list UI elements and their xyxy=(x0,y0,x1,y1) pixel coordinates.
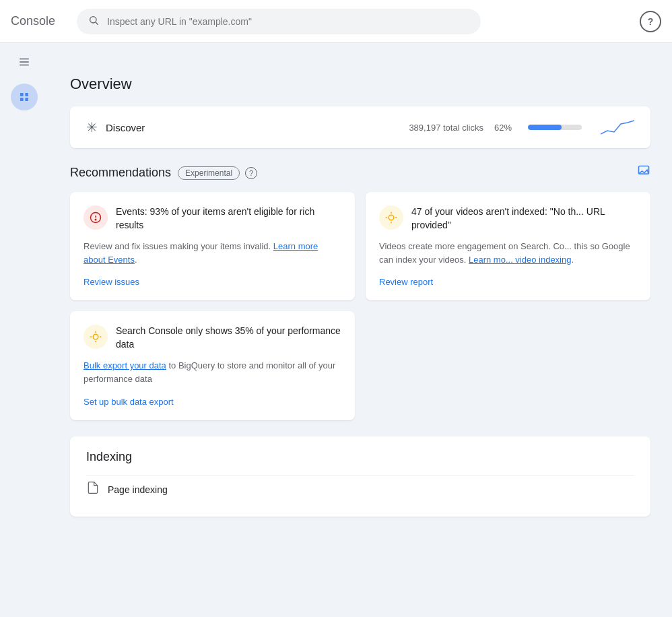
discover-stats: 389,197 total clicks 62% xyxy=(409,117,634,137)
card-videos-icon xyxy=(379,205,403,230)
svg-point-18 xyxy=(93,334,98,339)
svg-point-13 xyxy=(389,215,394,220)
card-events-title: Events: 93% of your items aren't eligibl… xyxy=(116,205,341,232)
help-button[interactable]: ? xyxy=(640,11,661,32)
card-videos-title: 47 of your videos aren't indexed: "No th… xyxy=(411,205,637,232)
recommendations-section: Recommendations Experimental ? xyxy=(70,164,650,420)
card-performance-header: Search Console only shows 35% of your pe… xyxy=(83,325,341,351)
card-performance-icon xyxy=(83,325,108,349)
experimental-badge: Experimental xyxy=(178,166,240,180)
page-indexing-icon xyxy=(86,481,100,498)
svg-rect-8 xyxy=(25,98,28,101)
sidebar xyxy=(0,43,48,617)
recommendations-help-icon[interactable]: ? xyxy=(245,167,257,179)
discover-clicks: 389,197 total clicks xyxy=(409,123,483,133)
card-performance-export-link[interactable]: Bulk export your data xyxy=(83,360,166,370)
card-performance-action[interactable]: Set up bulk data export xyxy=(83,397,174,407)
card-events-body: Review and fix issues making your items … xyxy=(83,240,341,266)
svg-point-0 xyxy=(90,16,96,22)
recommendations-cards-grid: Events: 93% of your items aren't eligibl… xyxy=(70,192,650,300)
search-bar[interactable] xyxy=(77,9,481,34)
discover-icon: ✳ xyxy=(86,119,98,135)
discover-progress-bar xyxy=(528,125,582,130)
search-input[interactable] xyxy=(107,16,469,27)
main-content: Overview ✳ Discover 389,197 total clicks… xyxy=(48,43,672,617)
svg-point-12 xyxy=(95,219,96,220)
page-indexing-label: Page indexing xyxy=(108,484,168,495)
card-videos-learn-link[interactable]: Learn mo... video indexing xyxy=(469,255,571,265)
card-videos-body: Videos create more engagement on Search.… xyxy=(379,240,637,266)
svg-rect-7 xyxy=(20,98,24,101)
card-performance-title: Search Console only shows 35% of your pe… xyxy=(116,325,341,351)
svg-rect-6 xyxy=(25,93,28,96)
app-logo: Console xyxy=(11,14,55,28)
card-events-action[interactable]: Review issues xyxy=(83,277,341,287)
card-videos-action[interactable]: Review report xyxy=(379,277,637,287)
discover-label: Discover xyxy=(106,122,409,133)
indexing-title: Indexing xyxy=(86,450,634,464)
card-videos-header: 47 of your videos aren't indexed: "No th… xyxy=(379,205,637,232)
sidebar-toggle[interactable] xyxy=(11,48,38,75)
indexing-page-indexing-item[interactable]: Page indexing xyxy=(86,475,634,503)
card-events-icon xyxy=(83,205,108,230)
card-events-header: Events: 93% of your items aren't eligibl… xyxy=(83,205,341,232)
recommendation-card-performance: Search Console only shows 35% of your pe… xyxy=(70,311,355,420)
recommendations-title: Recommendations xyxy=(70,166,171,180)
indexing-section: Indexing Page indexing xyxy=(70,436,650,517)
discover-section: ✳ Discover 389,197 total clicks 62% xyxy=(70,106,650,148)
header: Console ? xyxy=(0,0,672,43)
recommendation-card-videos: 47 of your videos aren't indexed: "No th… xyxy=(366,192,650,300)
card-performance-body: Bulk export your data to BigQuery to sto… xyxy=(83,359,341,385)
discover-mini-chart xyxy=(601,117,634,137)
search-icon xyxy=(88,15,99,28)
overview-title: Overview xyxy=(70,75,650,93)
recommendations-header: Recommendations Experimental ? xyxy=(70,164,650,181)
svg-rect-5 xyxy=(20,93,24,96)
svg-line-1 xyxy=(96,22,98,25)
discover-progress-fill xyxy=(528,125,562,130)
discover-percent: 62% xyxy=(494,123,512,133)
feedback-icon[interactable] xyxy=(637,164,650,181)
sidebar-nav-overview[interactable] xyxy=(11,84,38,110)
recommendation-card-events: Events: 93% of your items aren't eligibl… xyxy=(70,192,355,300)
